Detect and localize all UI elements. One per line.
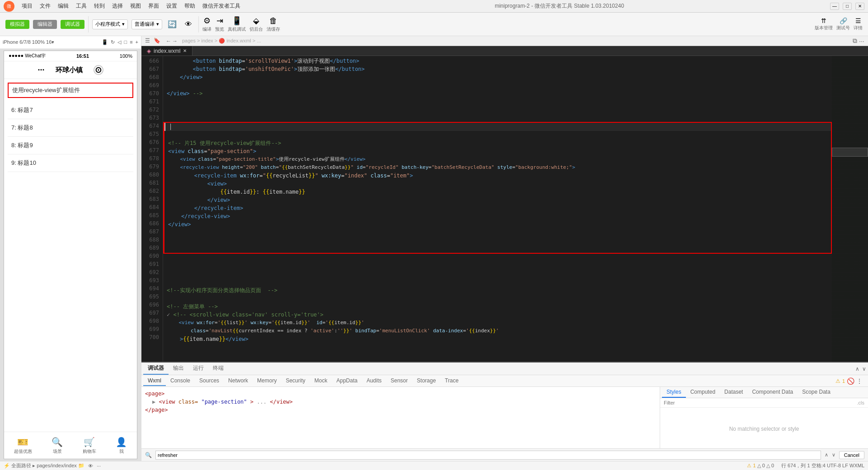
tool-tab-mock[interactable]: Mock <box>310 376 332 386</box>
wxml-expand-icon[interactable]: ▶ <box>152 399 155 405</box>
code-line-672 <box>163 106 832 114</box>
phone-ctrl-add[interactable]: + <box>136 39 138 45</box>
phone-ctrl-menu[interactable]: ≡ <box>130 39 132 45</box>
bottom-nav-2[interactable]: 🛒 购物车 <box>83 437 96 455</box>
cancel-button[interactable]: Cancel <box>839 451 864 459</box>
phone-ctrl-back[interactable]: ◁ <box>117 39 121 45</box>
preview-icon-button[interactable]: 👁 <box>182 18 195 31</box>
tab-bookmark-icon[interactable]: 🔖 <box>152 37 162 44</box>
phone-ctrl-rotate[interactable]: ↻ <box>111 39 115 45</box>
file-icon: ◈ <box>147 48 151 54</box>
tool-tab-trace[interactable]: Trace <box>441 376 463 386</box>
status-warnings: ⚠ 1 △ 0 △ 0 <box>747 463 774 469</box>
code-line-666: <button bindtap='scrollToView1'>滚动到子视图</… <box>163 57 832 65</box>
debug-tab-debugger[interactable]: 调试器 <box>143 363 169 375</box>
code-line-668: </view> <box>163 73 832 81</box>
bottom-nav-icon-2: 🛒 <box>84 437 95 447</box>
clear-console-icon[interactable]: 🚫 <box>847 377 854 385</box>
menu-item-select[interactable]: 选择 <box>108 2 127 10</box>
search-arrow-up[interactable]: ∧ <box>825 452 828 458</box>
menu-item-file[interactable]: 文件 <box>36 2 54 10</box>
menu-item-tools[interactable]: 工具 <box>72 2 90 10</box>
split-editor-icon[interactable]: ⧉ <box>853 37 857 45</box>
real-machine-group[interactable]: 📱 真机调试 <box>228 16 246 33</box>
debug-arrow-up[interactable]: ∧ <box>855 366 859 372</box>
menu-item-help[interactable]: 帮助 <box>181 2 199 10</box>
phone-radio-icon[interactable]: ⊙ <box>94 65 103 75</box>
menu-item-goto[interactable]: 转到 <box>90 2 108 10</box>
warning-icon: ⚠ <box>835 378 840 384</box>
styles-tab-component-data[interactable]: Component Data <box>747 387 798 398</box>
code-line-677: <view class="page-section"> <box>164 147 831 155</box>
debug-arrow-down[interactable]: ∨ <box>862 366 866 372</box>
phone-more-icon[interactable]: ··· <box>38 65 44 75</box>
tool-tab-console[interactable]: Console <box>166 376 195 386</box>
editor-active-tab[interactable]: ◈ index.wxml ✕ <box>141 46 192 56</box>
phone-ctrl-home[interactable]: □ <box>124 39 127 45</box>
preview-tool-group[interactable]: ⇥ 预览 <box>215 16 224 33</box>
tool-tab-audits[interactable]: Audits <box>362 376 386 386</box>
debug-tab-terminal[interactable]: 终端 <box>208 363 228 375</box>
code-content[interactable]: <button bindtap='scrollToView1'>滚动到子视图</… <box>163 56 832 362</box>
mode-dropdown[interactable]: 小程序模式 ▾ <box>92 19 128 29</box>
compile-dropdown[interactable]: 普通编译 ▾ <box>131 19 162 29</box>
close-file-icon[interactable]: ✕ <box>183 48 187 53</box>
maximize-button[interactable]: □ <box>843 3 852 10</box>
menu-item-ui[interactable]: 界面 <box>145 2 163 10</box>
tool-tab-sensor[interactable]: Sensor <box>386 376 413 386</box>
debug-button[interactable]: 调试器 <box>61 20 84 29</box>
code-line-667: <button bindtap='unshiftOnePic'>顶部添加一张图<… <box>163 65 832 73</box>
version-mgr-group[interactable]: ⇈ 版本管理 <box>815 17 833 31</box>
tool-tab-security[interactable]: Security <box>281 376 310 386</box>
debug-more-icon[interactable]: ⋮ <box>856 377 863 385</box>
debug-tab-output[interactable]: 输出 <box>169 363 188 375</box>
menu-item-wechat-dev[interactable]: 微信开发者工具 <box>199 2 244 10</box>
menu-item-settings[interactable]: 设置 <box>163 2 181 10</box>
code-line-700: >{{item.name}}</view> <box>163 335 832 343</box>
tool-tab-network[interactable]: Network <box>224 376 253 386</box>
switch-bg-group[interactable]: ⬙ 切后台 <box>249 16 263 33</box>
styles-tab-scope-data[interactable]: Scope Data <box>798 387 835 398</box>
tool-tab-appdata[interactable]: AppData <box>332 376 362 386</box>
styles-tab-computed[interactable]: Computed <box>686 387 720 398</box>
code-line-687 <box>164 228 831 237</box>
debug-tab-run[interactable]: 运行 <box>188 363 208 375</box>
list-item-3: 9: 标题10 <box>8 154 133 172</box>
code-line-670: </view> --> <box>163 89 832 98</box>
filter-input[interactable] <box>664 400 854 405</box>
more-group[interactable]: ☰ 详情 <box>854 17 863 31</box>
test-group[interactable]: 🔗 测试号 <box>836 17 850 31</box>
tab-list-icon[interactable]: ☰ <box>143 37 152 44</box>
bottom-nav-0[interactable]: 🎫 超值优惠 <box>14 437 32 455</box>
menu-item-project[interactable]: 项目 <box>18 2 36 10</box>
tool-tab-memory[interactable]: Memory <box>253 376 281 386</box>
compile-tool-group[interactable]: ⚙ 编译 <box>202 16 211 33</box>
editor-button[interactable]: 编辑器 <box>33 20 57 29</box>
styles-tabs: Styles Computed Dataset Component Data S… <box>660 387 868 398</box>
window-controls: — □ ✕ <box>830 3 864 10</box>
nav-back-icon[interactable]: ← <box>166 38 171 44</box>
tool-tab-sources[interactable]: Sources <box>195 376 224 386</box>
code-line-688 <box>164 237 831 245</box>
editor-more-icon[interactable]: ··· <box>859 37 864 45</box>
wxml-styles-area: <page> ▶ <view class= "page-section" > .… <box>141 387 868 448</box>
clear-cache-group[interactable]: 🗑 清缓存 <box>267 16 280 33</box>
styles-tab-styles[interactable]: Styles <box>662 387 686 398</box>
menu-item-edit[interactable]: 编辑 <box>54 2 72 10</box>
styles-tab-dataset[interactable]: Dataset <box>720 387 747 398</box>
bottom-nav-1[interactable]: 🔍 场景 <box>52 437 63 455</box>
refresh-button[interactable]: 🔄 <box>166 18 178 31</box>
tool-tab-storage[interactable]: Storage <box>413 376 441 386</box>
minimize-button[interactable]: — <box>830 3 839 10</box>
close-button[interactable]: ✕ <box>855 3 864 10</box>
top-menubar: 项目 文件 编辑 工具 转到 选择 视图 界面 设置 帮助 微信开发者工具 <box>18 2 289 10</box>
highlight-box-start: │ <!-- 片15 使用recycle-view扩展组件--> <view c… <box>163 122 832 254</box>
search-input[interactable] <box>155 451 821 460</box>
bottom-nav-3[interactable]: 👤 我 <box>116 437 127 455</box>
search-arrow-down[interactable]: ∨ <box>832 452 835 458</box>
nav-forward-icon[interactable]: → <box>172 38 178 44</box>
phone-ctrl-tablet[interactable]: 📱 <box>102 39 108 45</box>
tool-tab-wxml[interactable]: Wxml <box>143 376 166 386</box>
menu-item-view[interactable]: 视图 <box>127 2 145 10</box>
simulator-button[interactable]: 模拟器 <box>5 20 29 29</box>
